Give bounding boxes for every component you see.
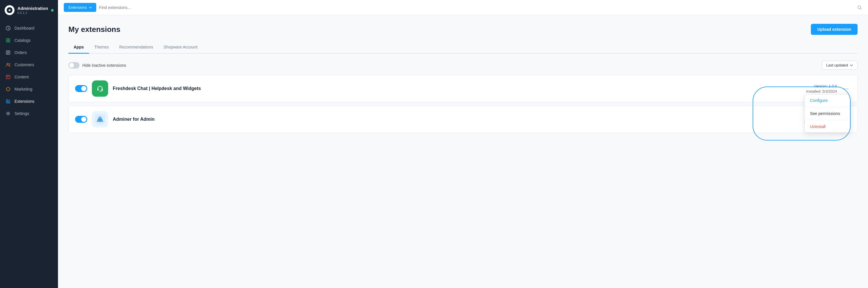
svg-point-24 [98,117,99,118]
content-area: My extensions Upload extension Apps Them… [58,15,868,288]
main-area: Extensions My extensions Upload extensio… [58,0,868,288]
extensions-icon [5,98,11,104]
sidebar-item-settings[interactable]: Settings [0,108,58,120]
sidebar-item-orders[interactable]: Orders [0,47,58,59]
sidebar-item-content-label: Content [14,75,29,79]
svg-point-15 [95,84,105,93]
tab-apps[interactable]: Apps [68,42,89,54]
sidebar-item-customers-label: Customers [14,62,34,67]
app-logo [5,5,14,15]
svg-rect-10 [6,99,8,101]
freshdesk-context-menu: Configure See permissions Uninstall [805,94,851,133]
filter-bar: Hide inactive extensions Last updated [68,61,858,70]
customers-icon [5,62,11,68]
adminer-info: Adminer for Admin [113,117,800,122]
sidebar-nav: Dashboard Catalogs Orders [0,20,58,288]
svg-rect-6 [8,41,10,42]
hide-inactive-label: Hide inactive extensions [82,63,126,68]
sidebar-item-settings-label: Settings [14,111,29,116]
hide-inactive-toggle[interactable] [68,62,80,68]
search-bar [99,3,862,11]
freshdesk-more-button[interactable]: ··· [842,84,851,93]
freshdesk-toggle[interactable] [75,85,87,92]
status-dot [51,9,54,11]
svg-point-1 [9,9,10,11]
sidebar-item-content[interactable]: Content [0,71,58,83]
extensions-dropdown-button[interactable]: Extensions [64,3,96,12]
svg-point-8 [7,63,8,65]
content-icon [5,74,11,80]
freshdesk-menu-wrapper: ··· Configure See permissions Uninstall [842,84,851,93]
sidebar-header: Administration 6.6.1.2 [0,0,58,20]
sidebar-item-orders-label: Orders [14,50,27,55]
settings-icon [5,111,11,116]
search-icon [857,5,862,10]
menu-divider [805,107,850,107]
app-version: 6.6.1.2 [18,11,48,15]
orders-icon [5,50,11,55]
tab-recommendations[interactable]: Recommendations [114,42,159,54]
sidebar: Administration 6.6.1.2 Dashboard [0,0,58,288]
permissions-menu-item[interactable]: See permissions [805,108,850,119]
freshdesk-name: Freshdesk Chat | Helpdesk and Widgets [113,86,802,91]
hide-inactive-group: Hide inactive extensions [68,62,126,68]
freshdesk-installed: Installed: 5/3/2024 [806,89,837,93]
freshdesk-version: Version: 1.0.0 [806,84,837,88]
svg-point-13 [7,113,9,114]
sidebar-item-marketing-label: Marketing [14,87,32,91]
svg-rect-12 [8,102,10,103]
sidebar-item-dashboard[interactable]: Dashboard [0,22,58,34]
extension-card-freshdesk: Freshdesk Chat | Helpdesk and Widgets Ve… [68,75,858,102]
dashboard-icon [5,25,11,31]
extensions-btn-label: Extensions [68,5,87,9]
adminer-toggle[interactable] [75,116,87,123]
adminer-icon [92,111,108,127]
extension-card-adminer: Adminer for Admin Version: 2.0.0 Install… [68,106,858,133]
tabs-bar: Apps Themes Recommendations Shopware Acc… [68,42,858,54]
freshdesk-meta: Version: 1.0.0 Installed: 5/3/2024 [806,84,837,93]
sort-dropdown[interactable]: Last updated [822,61,858,70]
svg-rect-4 [8,38,10,40]
uninstall-menu-item[interactable]: Uninstall [805,121,850,133]
sidebar-item-marketing[interactable]: Marketing [0,83,58,95]
sidebar-item-catalogs-label: Catalogs [14,38,30,43]
app-name: Administration [18,6,48,11]
svg-rect-5 [6,41,8,42]
sort-label: Last updated [826,63,848,67]
freshdesk-info: Freshdesk Chat | Helpdesk and Widgets [113,86,802,91]
catalog-icon [5,37,11,43]
svg-rect-16 [97,89,99,91]
upload-extension-button[interactable]: Upload extension [811,24,858,35]
sidebar-item-dashboard-label: Dashboard [14,26,34,30]
sidebar-item-catalogs[interactable]: Catalogs [0,34,58,47]
svg-point-25 [101,117,102,118]
sidebar-item-customers[interactable]: Customers [0,59,58,71]
freshdesk-icon [92,80,108,97]
tab-themes[interactable]: Themes [89,42,114,54]
freshdesk-headset-icon [95,83,105,94]
svg-point-18 [100,91,101,92]
sort-chevron-icon [850,64,853,67]
topbar: Extensions [58,0,868,15]
sidebar-item-extensions-label: Extensions [14,99,34,104]
adminer-frog-icon [95,114,105,124]
page-header: My extensions Upload extension [68,24,858,35]
sidebar-title-block: Administration 6.6.1.2 [18,6,48,15]
page-title: My extensions [68,25,120,34]
adminer-name: Adminer for Admin [113,117,800,122]
tab-shopware-account[interactable]: Shopware Account [158,42,203,54]
svg-rect-11 [6,102,8,103]
search-input[interactable] [99,3,855,11]
marketing-icon [5,86,11,92]
sidebar-item-extensions[interactable]: Extensions [0,95,58,108]
configure-menu-item[interactable]: Configure [805,95,850,106]
chevron-down-icon [89,6,92,9]
svg-rect-3 [6,38,8,40]
